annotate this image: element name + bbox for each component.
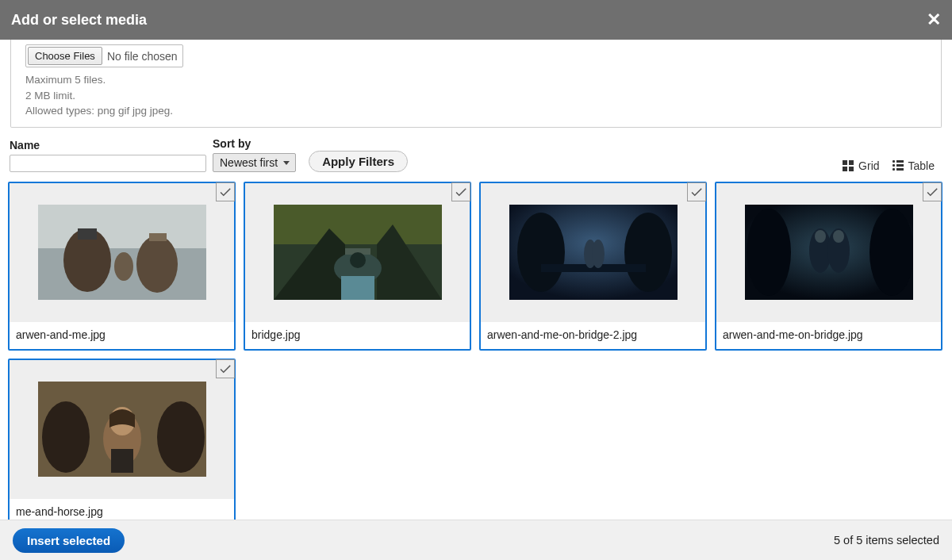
upload-hints: Maximum 5 files. 2 MB limit. Allowed typ… xyxy=(25,72,935,119)
svg-point-21 xyxy=(869,209,913,296)
svg-point-24 xyxy=(815,230,826,243)
view-grid-button[interactable]: Grid xyxy=(843,159,879,172)
file-input-status: No file chosen xyxy=(107,50,178,63)
media-card[interactable]: arwen-and-me-on-bridge.jpg xyxy=(715,182,942,351)
apply-filters-button[interactable]: Apply Filters xyxy=(309,151,408,172)
check-icon xyxy=(689,185,704,199)
svg-point-11 xyxy=(350,252,366,268)
svg-point-20 xyxy=(747,209,791,296)
grid-icon xyxy=(843,160,854,171)
media-card[interactable]: me-and-horse.jpg xyxy=(8,359,236,520)
media-filename: arwen-and-me.jpg xyxy=(10,322,234,349)
svg-point-25 xyxy=(833,230,844,243)
upload-area: Choose Files No file chosen Maximum 5 fi… xyxy=(10,40,942,128)
check-icon xyxy=(218,185,232,199)
sort-select-value: Newest first xyxy=(220,156,278,169)
list-icon xyxy=(892,160,904,171)
hint-allowed-types: Allowed types: png gif jpg jpeg. xyxy=(25,103,935,119)
hint-size-limit: 2 MB limit. xyxy=(25,88,935,104)
svg-point-28 xyxy=(157,401,205,473)
thumbnail-image xyxy=(38,382,206,477)
select-toggle[interactable] xyxy=(216,359,235,378)
thumbnail-image xyxy=(509,205,678,300)
name-filter-input[interactable] xyxy=(10,155,206,172)
filters-row: Name Sort by Newest first Apply Filters … xyxy=(0,128,952,172)
media-card[interactable]: arwen-and-me.jpg xyxy=(8,182,236,351)
view-grid-label: Grid xyxy=(858,159,879,172)
close-icon[interactable]: ✕ xyxy=(927,10,941,30)
thumbnail-area xyxy=(481,183,705,322)
media-filename: arwen-and-me-on-bridge.jpg xyxy=(716,322,941,349)
thumbnail-image xyxy=(745,205,913,300)
svg-point-15 xyxy=(624,213,672,292)
sort-field: Sort by Newest first xyxy=(213,137,296,172)
file-input-wrapper: Choose Files No file chosen xyxy=(25,44,183,67)
svg-rect-5 xyxy=(78,228,97,240)
thumbnail-area xyxy=(245,183,470,322)
name-filter-label: Name xyxy=(10,139,206,152)
sort-label: Sort by xyxy=(213,137,296,150)
select-toggle[interactable] xyxy=(451,182,470,201)
check-icon xyxy=(454,185,468,199)
thumbnail-area xyxy=(10,360,234,499)
thumbnail-area xyxy=(716,183,941,322)
sort-select[interactable]: Newest first xyxy=(213,153,296,172)
view-toggle: Grid Table xyxy=(843,159,942,172)
svg-rect-12 xyxy=(341,276,374,300)
media-card[interactable]: arwen-and-me-on-bridge-2.jpg xyxy=(479,182,707,351)
thumbnail-image xyxy=(274,205,442,300)
chevron-down-icon xyxy=(283,161,290,165)
media-grid: arwen-and-me.jpg bridge.jpg xyxy=(0,172,952,520)
media-card[interactable]: bridge.jpg xyxy=(244,182,471,351)
svg-point-18 xyxy=(592,240,605,268)
select-toggle[interactable] xyxy=(216,182,235,201)
name-filter-field: Name xyxy=(10,139,206,172)
modal-header: Add or select media ✕ xyxy=(0,0,952,40)
check-icon xyxy=(218,362,232,376)
svg-rect-31 xyxy=(111,449,133,473)
svg-rect-6 xyxy=(149,233,167,241)
svg-rect-1 xyxy=(38,205,206,248)
check-icon xyxy=(925,185,939,199)
svg-point-14 xyxy=(517,213,565,292)
media-filename: bridge.jpg xyxy=(245,322,470,349)
select-toggle[interactable] xyxy=(687,182,706,201)
media-filename: arwen-and-me-on-bridge-2.jpg xyxy=(481,322,705,349)
media-filename: me-and-horse.jpg xyxy=(10,499,234,520)
svg-point-3 xyxy=(136,236,178,293)
select-toggle[interactable] xyxy=(923,182,942,201)
choose-files-button[interactable]: Choose Files xyxy=(28,47,102,65)
svg-point-4 xyxy=(114,252,133,281)
view-table-button[interactable]: Table xyxy=(892,159,935,172)
svg-rect-8 xyxy=(274,205,442,244)
hint-max-files: Maximum 5 files. xyxy=(25,72,935,88)
view-table-label: Table xyxy=(908,159,935,172)
svg-point-27 xyxy=(42,401,90,473)
modal-title: Add or select media xyxy=(11,12,147,29)
thumbnail-area xyxy=(10,183,234,322)
thumbnail-image xyxy=(38,205,206,300)
